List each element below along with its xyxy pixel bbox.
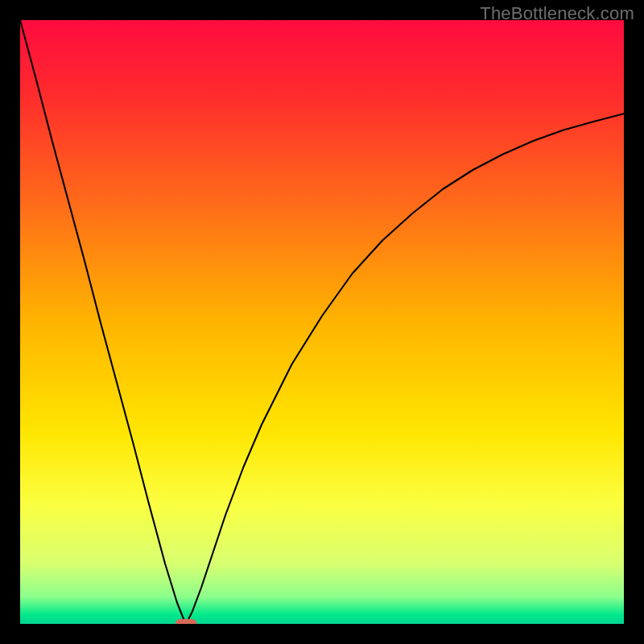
chart-stage: TheBottleneck.com xyxy=(0,0,644,644)
chart-frame xyxy=(20,20,624,624)
chart-canvas xyxy=(20,20,624,624)
